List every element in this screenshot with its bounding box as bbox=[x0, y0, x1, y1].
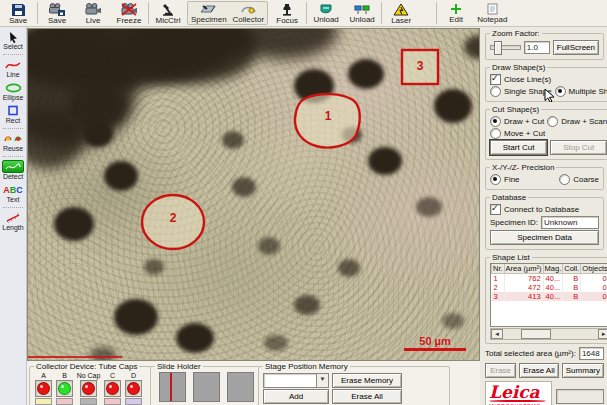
scroll-right-icon[interactable]: ► bbox=[598, 329, 607, 339]
detect-tool[interactable]: Detect bbox=[0, 159, 26, 182]
unload-specimen-button[interactable]: Unload bbox=[308, 0, 344, 26]
shape-row-3[interactable]: 3 413 40... B 0 bbox=[492, 292, 607, 301]
connect-database-checkbox[interactable] bbox=[490, 204, 501, 215]
sidebar-separator bbox=[3, 156, 23, 157]
erase-all-positions-button[interactable]: Erase All bbox=[332, 389, 402, 404]
status-field bbox=[556, 389, 604, 404]
zoom-factor-group: Zoom Factor: 1.0 FullScreen bbox=[485, 29, 604, 60]
col-objects[interactable]: Objects bbox=[581, 264, 607, 274]
chevron-down-icon[interactable]: ▼ bbox=[316, 374, 328, 387]
no-cap-led-button[interactable] bbox=[80, 380, 97, 397]
shape-list-hscrollbar[interactable]: ◄ ► bbox=[490, 328, 607, 340]
save-image-button[interactable]: Save bbox=[39, 0, 75, 26]
specimen-data-button[interactable]: Specimen Data bbox=[490, 230, 599, 245]
fullscreen-button[interactable]: FullScreen bbox=[553, 40, 599, 55]
add-plus-icon bbox=[450, 3, 462, 15]
micrograph-viewport[interactable]: 1 2 3 50 µm bbox=[27, 28, 480, 361]
col-nr[interactable]: Nr. bbox=[492, 264, 505, 274]
multiple-shapes-radio[interactable] bbox=[555, 86, 566, 97]
shape-row-1[interactable]: 1 762 40... B 0 bbox=[492, 274, 607, 284]
reuse-tool[interactable]: Reuse bbox=[0, 131, 26, 154]
ellipse-tool[interactable]: Ellipse bbox=[0, 80, 26, 103]
toolbar-separator bbox=[436, 2, 437, 24]
add-position-button[interactable]: Add bbox=[263, 389, 329, 404]
shape-row-2[interactable]: 2 472 40... B 0 bbox=[492, 283, 607, 292]
sidebar-separator bbox=[3, 207, 23, 208]
summary-button[interactable]: Summary bbox=[562, 363, 604, 378]
scroll-left-icon[interactable]: ◄ bbox=[491, 329, 503, 339]
live-button[interactable]: Live bbox=[75, 0, 111, 26]
cap-d-led-button[interactable] bbox=[125, 380, 142, 397]
specimen-button[interactable]: Specimen bbox=[188, 2, 230, 24]
line-tool[interactable]: Line bbox=[0, 57, 26, 80]
cut-shapes-title: Cut Shape(s) bbox=[490, 105, 541, 114]
collector-device-title: Collector Device: Tube Caps bbox=[34, 362, 139, 371]
table-header-row: Nr. Area (µm²) Mag. Coll. Objects bbox=[492, 264, 607, 274]
rect-tool[interactable]: Rect bbox=[0, 103, 26, 126]
unload-collector-button[interactable]: Unload bbox=[344, 0, 380, 26]
cell-blob bbox=[222, 131, 244, 149]
col-coll[interactable]: Coll. bbox=[563, 264, 581, 274]
cell-blob bbox=[264, 335, 288, 351]
cap-b-led-button[interactable] bbox=[56, 380, 73, 397]
scrollbar-thumb[interactable] bbox=[521, 329, 551, 339]
collector-device-group: Collector Device: Tube Caps A B No Cap C bbox=[29, 362, 155, 405]
cut-shape-3[interactable]: 3 bbox=[399, 47, 441, 87]
text-tool[interactable]: ABC Text bbox=[0, 182, 26, 205]
toolbar-separator bbox=[148, 2, 149, 24]
stage-memory-title: Stage Position Memory bbox=[263, 362, 350, 371]
cell-blob bbox=[90, 347, 116, 361]
slide-3[interactable] bbox=[227, 372, 254, 402]
micctrl-button[interactable]: MicCtrl bbox=[150, 0, 186, 26]
laser-button[interactable]: Laser bbox=[383, 0, 419, 26]
cap-a-led-button[interactable] bbox=[35, 380, 52, 397]
ellipse-icon bbox=[5, 81, 22, 94]
cap-nocap: No Cap bbox=[76, 372, 101, 405]
draw-scan-radio[interactable] bbox=[547, 116, 558, 127]
cap-d-tray bbox=[125, 398, 142, 405]
zoom-slider-thumb[interactable] bbox=[494, 41, 502, 55]
draw-cut-radio[interactable] bbox=[490, 116, 501, 127]
close-lines-checkbox[interactable] bbox=[490, 74, 501, 85]
start-cut-button[interactable]: Start Cut bbox=[490, 140, 547, 155]
draw-shapes-title: Draw Shape(s) bbox=[490, 63, 547, 72]
length-tool[interactable]: Length bbox=[0, 210, 26, 233]
erase-memory-button[interactable]: Erase Memory bbox=[332, 373, 402, 388]
cell-blob bbox=[144, 259, 164, 275]
sidebar-separator bbox=[3, 128, 23, 129]
slide-2[interactable] bbox=[193, 372, 220, 402]
freeze-button[interactable]: Freeze bbox=[111, 0, 147, 26]
microscope-icon bbox=[161, 3, 175, 16]
edit-button[interactable]: Edit bbox=[438, 0, 474, 26]
zoom-value-field[interactable]: 1.0 bbox=[524, 41, 550, 54]
save-button[interactable]: Save bbox=[0, 0, 36, 26]
stage-position-memory-group: Stage Position Memory ▼ Erase Memory Add… bbox=[258, 362, 450, 405]
collector-button[interactable]: Collector bbox=[230, 2, 268, 24]
laser-cut-trace bbox=[28, 356, 122, 358]
precision-group: X-/Y-/Z- Precision Fine Coarse bbox=[485, 163, 604, 190]
col-mag[interactable]: Mag. bbox=[543, 264, 563, 274]
cut-shape-2[interactable]: 2 bbox=[138, 193, 208, 253]
cut-shape-1[interactable]: 1 bbox=[290, 91, 366, 151]
coarse-precision-radio[interactable] bbox=[559, 174, 570, 185]
cap-c-led-button[interactable] bbox=[104, 380, 121, 397]
laser-warning-icon bbox=[393, 3, 409, 16]
led-indicator bbox=[58, 382, 71, 395]
col-area[interactable]: Area (µm²) bbox=[504, 264, 543, 274]
slide-1[interactable] bbox=[159, 372, 186, 402]
total-area-label: Total selected area (µm²): bbox=[485, 349, 576, 358]
notepad-button[interactable]: Notepad bbox=[474, 0, 510, 26]
position-memory-dropdown[interactable]: ▼ bbox=[263, 373, 329, 388]
single-shape-radio[interactable] bbox=[490, 86, 501, 97]
move-cut-radio[interactable] bbox=[490, 128, 501, 139]
select-tool[interactable]: Select bbox=[0, 29, 26, 52]
zoom-slider[interactable] bbox=[490, 45, 521, 50]
main-toolbar: Save Save Live Freeze MicCtrl Specimen C… bbox=[0, 0, 607, 27]
fine-precision-radio[interactable] bbox=[490, 174, 501, 185]
length-measure-icon bbox=[5, 211, 22, 224]
cap-b: B bbox=[55, 372, 74, 405]
erase-all-button[interactable]: Erase All bbox=[519, 363, 559, 378]
specimen-id-field[interactable] bbox=[541, 216, 599, 229]
focus-button[interactable]: Focus bbox=[269, 0, 305, 26]
shape-list-table[interactable]: Nr. Area (µm²) Mag. Coll. Objects 1 762 … bbox=[490, 263, 607, 327]
